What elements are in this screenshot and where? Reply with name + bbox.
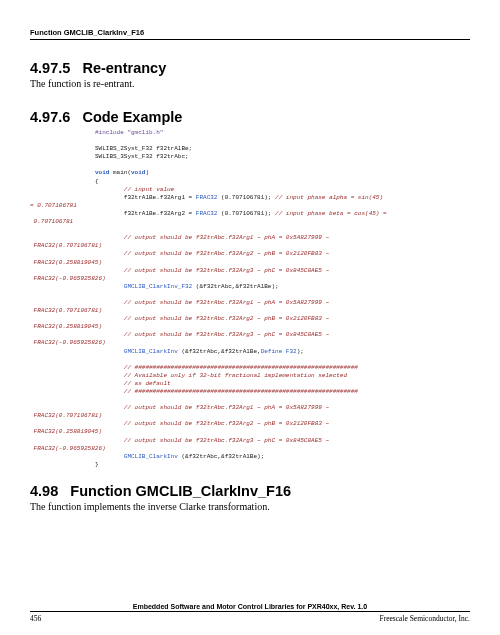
code-include: #include "gmclib.h" <box>95 129 163 136</box>
code-comment: // output should be f32trAbc.f32Arg2 ~ p… <box>124 420 329 427</box>
code-comment: // input value <box>124 186 174 193</box>
section-title: Function GMCLIB_ClarkInv_F16 <box>70 483 291 499</box>
footer-company: Freescale Semiconductor, Inc. <box>380 614 471 623</box>
code-wrap: = 0.707106781 <box>30 202 77 209</box>
code-comment: // output should be f32trAbc.f32Arg3 ~ p… <box>124 437 329 444</box>
footer-doc-title: Embedded Software and Motor Control Libr… <box>30 603 470 612</box>
code-comment: // input phase alpha = sin(45) <box>275 194 383 201</box>
code-brace: } <box>95 461 99 468</box>
code-comment: // output should be f32trAbc.f32Arg2 ~ p… <box>124 315 329 322</box>
code-wrap: FRAC32(0.707106781) <box>30 412 102 419</box>
code-kw: void <box>131 169 145 176</box>
section-title: Re-entrancy <box>82 60 166 76</box>
code-wrap: FRAC32(0.707106781) <box>30 307 102 314</box>
section-heading-code-example: 4.97.6 Code Example <box>30 109 470 125</box>
section-number: 4.98 <box>30 483 58 499</box>
section-number: 4.97.6 <box>30 109 70 125</box>
code-comment: // output should be f32trAbc.f32Arg3 ~ p… <box>124 267 329 274</box>
code-text: f32trAlBe.f32Arg1 = <box>124 194 196 201</box>
code-comment: // #####################################… <box>124 388 358 395</box>
code-text: (0.707106781); <box>217 194 275 201</box>
code-text: ) <box>145 169 149 176</box>
code-brace: { <box>95 178 99 185</box>
code-text: main( <box>109 169 131 176</box>
code-comment: // output should be f32trAbc.f32Arg1 ~ p… <box>124 299 329 306</box>
code-wrap: FRAC32(0.258819045) <box>30 428 102 435</box>
code-text: (&f32trAbc,&f32trAlBe, <box>178 348 261 355</box>
code-text: ); <box>297 348 304 355</box>
code-comment: // output should be f32trAbc.f32Arg1 ~ p… <box>124 404 329 411</box>
code-comment: // output should be f32trAbc.f32Arg2 ~ p… <box>124 250 329 257</box>
code-func: FRAC32 <box>196 194 218 201</box>
code-text: f32trAlBe.f32Arg2 = <box>124 210 196 217</box>
code-decl: SWLIBS_2Syst_F32 f32trAlBe; <box>95 145 192 152</box>
code-wrap: FRAC32(0.258819045) <box>30 259 102 266</box>
code-wrap: FRAC32(0.707106781) <box>30 242 102 249</box>
code-wrap: FRAC32(-0.965925826) <box>30 275 106 282</box>
code-func-call: GMCLIB_ClarkInv <box>124 453 178 460</box>
code-func: FRAC32 <box>196 210 218 217</box>
code-text: (&f32trAbc,&f32trAlBe); <box>178 453 264 460</box>
body-text: The function implements the inverse Clar… <box>30 501 470 512</box>
section-number: 4.97.5 <box>30 60 70 76</box>
code-text: (0.707106781); <box>217 210 275 217</box>
code-comment: // output should be f32trAbc.f32Arg1 ~ p… <box>124 234 329 241</box>
code-wrap: FRAC32(-0.965925826) <box>30 445 106 452</box>
section-heading-reentrancy: 4.97.5 Re-entrancy <box>30 60 470 76</box>
page-footer: Embedded Software and Motor Control Libr… <box>30 603 470 623</box>
code-wrap: FRAC32(0.258819045) <box>30 323 102 330</box>
code-wrap: FRAC32(-0.965925826) <box>30 339 106 346</box>
section-title: Code Example <box>82 109 182 125</box>
code-func-call: GMCLIB_ClarkInv <box>124 348 178 355</box>
body-text: The function is re-entrant. <box>30 78 470 89</box>
code-comment: // output should be f32trAbc.f32Arg3 ~ p… <box>124 331 329 338</box>
code-comment: // #####################################… <box>124 364 358 371</box>
code-wrap: 0.707106781 <box>30 218 73 225</box>
code-decl: SWLIBS_3Syst_F32 f32trAbc; <box>95 153 189 160</box>
code-kw: void <box>95 169 109 176</box>
footer-page-number: 456 <box>30 614 41 623</box>
page-header: Function GMCLIB_ClarkInv_F16 <box>30 28 470 40</box>
code-comment: // input phase beta = cos(45) = <box>275 210 387 217</box>
code-text: (&f32trAbc,&f32trAlBe); <box>192 283 278 290</box>
code-comment: // Available only if 32-bit fractional i… <box>124 372 347 379</box>
code-comment: // as default <box>124 380 171 387</box>
code-const: Define F32 <box>261 348 297 355</box>
code-example-block: #include "gmclib.h" SWLIBS_2Syst_F32 f32… <box>95 129 470 469</box>
section-heading-clarkinv-f16: 4.98 Function GMCLIB_ClarkInv_F16 <box>30 483 470 499</box>
code-func-call: GMCLIB_ClarkInv_F32 <box>124 283 192 290</box>
